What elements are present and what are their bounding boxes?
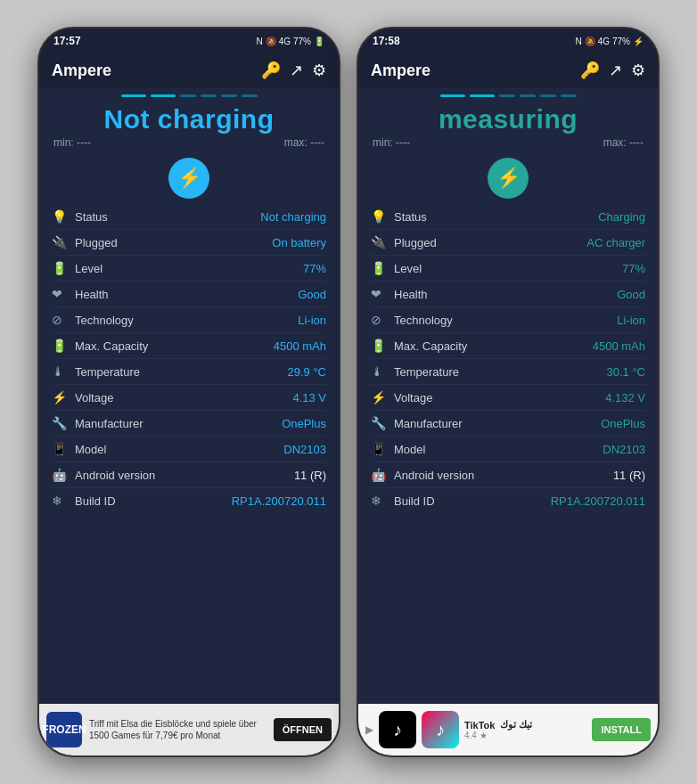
battery-circle-1: ⚡ [168, 158, 209, 199]
row-value: 4.132 V [605, 391, 645, 404]
row-icon: 💡 [52, 209, 75, 224]
row-value: 11 (R) [613, 469, 645, 482]
dot-2-1[interactable] [440, 94, 465, 97]
table-row: 🔋 Level 77% [52, 256, 326, 282]
row-label: Temperature [75, 365, 287, 379]
key-icon-2[interactable]: 🔑 [580, 61, 600, 80]
row-icon: 💡 [371, 209, 394, 224]
tiktok-logo-bw: ♪ [379, 711, 416, 748]
row-icon: 🤖 [371, 468, 394, 482]
table-row: 🔧 Manufacturer OnePlus [52, 411, 326, 437]
dot-2-6[interactable] [561, 94, 577, 97]
row-label: Temperature [394, 365, 606, 379]
row-label: Health [394, 288, 617, 301]
ad-arrow-icon: ▶ [365, 723, 373, 736]
row-label: Status [75, 210, 260, 224]
table-row: 📱 Model DN2103 [52, 437, 326, 462]
ad-open-btn-1[interactable]: ÖFFNEN [274, 718, 332, 741]
table-row: ⊘ Technology Li-ion [371, 307, 645, 333]
row-icon: 🔋 [371, 339, 394, 353]
mute-icon: 🔕 [266, 37, 276, 46]
ad-install-btn-2[interactable]: INSTALL [592, 718, 651, 741]
row-value: 30.1 °C [606, 365, 645, 379]
row-label: Technology [394, 314, 617, 327]
dot-1-3[interactable] [180, 94, 196, 97]
tiktok-arabic-name: تيك توك [500, 719, 532, 731]
share-icon-1[interactable]: ↗ [290, 61, 303, 80]
row-value: RP1A.200720.011 [232, 494, 326, 508]
dot-1-5[interactable] [221, 94, 237, 97]
share-icon-2[interactable]: ↗ [609, 61, 622, 80]
table-row: 🔌 Plugged AC charger [371, 230, 645, 256]
row-value: 77% [622, 262, 645, 275]
main-content-2: measuring min: ---- max: ---- ⚡ 💡 Status… [358, 87, 658, 704]
min-max-row-1: min: ---- max: ---- [39, 135, 339, 151]
row-value: 11 (R) [294, 469, 326, 482]
row-icon: 🔌 [52, 235, 75, 249]
row-icon: ❄ [371, 494, 394, 508]
row-icon: ❤ [52, 287, 75, 301]
row-label: Android version [394, 469, 613, 482]
table-row: 💡 Status Charging [371, 204, 645, 230]
time-2: 17:58 [373, 35, 400, 47]
table-row: ❤ Health Good [52, 282, 326, 307]
table-row: ⚡ Voltage 4.13 V [52, 385, 326, 411]
row-label: Build ID [75, 494, 232, 508]
table-row: 📱 Model DN2103 [371, 437, 645, 462]
settings-icon-1[interactable]: ⚙ [312, 61, 326, 80]
row-icon: 🔧 [52, 416, 75, 430]
row-value: 4.13 V [292, 391, 326, 404]
row-value: DN2103 [603, 443, 645, 456]
row-label: Manufacturer [75, 417, 282, 430]
row-value: Li-ion [298, 314, 326, 327]
table-row: ❄ Build ID RP1A.200720.011 [52, 488, 326, 513]
row-label: Plugged [75, 236, 272, 249]
dot-1-6[interactable] [242, 94, 258, 97]
row-icon: ❄ [52, 494, 75, 508]
time-1: 17:57 [53, 35, 81, 47]
min-label-2: min: ---- [373, 136, 410, 149]
max-label-2: max: ---- [603, 136, 644, 149]
row-label: Voltage [394, 391, 605, 404]
row-label: Plugged [394, 236, 586, 249]
ad-text-1: Triff mit Elsa die Eisblöcke und spiele … [89, 718, 266, 741]
table-row: 🌡 Temperature 30.1 °C [371, 359, 645, 385]
row-icon: 🔌 [371, 235, 394, 249]
row-icon: ⚡ [52, 390, 75, 404]
signal-icon: 4G [279, 37, 291, 46]
table-row: 🔋 Max. Capacity 4500 mAh [371, 333, 645, 359]
dot-1-2[interactable] [151, 94, 176, 97]
nfc-icon-2: N [575, 37, 581, 46]
row-value: OnePlus [282, 417, 326, 430]
row-value: 4500 mAh [274, 339, 326, 353]
row-value: Li-ion [617, 314, 645, 327]
phone-1: 17:57 N 🔕 4G 77% 🔋 Ampere 🔑 ↗ ⚙ Not char… [37, 27, 340, 757]
dot-1-1[interactable] [121, 94, 146, 97]
row-icon: 🔧 [371, 416, 394, 430]
row-value: 29.9 °C [287, 365, 326, 379]
row-label: Level [394, 262, 622, 275]
app-title-2: Ampere [371, 61, 571, 80]
table-row: ❄ Build ID RP1A.200720.011 [371, 488, 645, 513]
status-icons-1: N 🔕 4G 77% 🔋 [256, 37, 324, 46]
max-label-1: max: ---- [284, 136, 324, 149]
row-label: Android version [75, 469, 294, 482]
row-icon: ⊘ [371, 313, 394, 327]
table-row: 🤖 Android version 11 (R) [52, 462, 326, 488]
dot-2-5[interactable] [540, 94, 556, 97]
battery-icon-1: 🔋 [314, 37, 324, 46]
phone-2: 17:58 N 🔕 4G 77% ⚡ Ampere 🔑 ↗ ⚙ measurin… [357, 27, 660, 757]
dot-1-4[interactable] [201, 94, 217, 97]
dot-2-3[interactable] [499, 94, 515, 97]
key-icon-1[interactable]: 🔑 [261, 61, 281, 80]
row-value: RP1A.200720.011 [551, 494, 645, 508]
dot-2-4[interactable] [520, 94, 536, 97]
battery-pct-2: 77% [612, 37, 630, 46]
row-value: 4500 mAh [593, 339, 645, 353]
settings-icon-2[interactable]: ⚙ [631, 61, 645, 80]
table-row: 💡 Status Not charging [52, 204, 326, 230]
app-bar-2: Ampere 🔑 ↗ ⚙ [358, 53, 658, 87]
status-bar-2: 17:58 N 🔕 4G 77% ⚡ [358, 29, 658, 53]
row-label: Voltage [75, 391, 292, 404]
dot-2-2[interactable] [470, 94, 495, 97]
